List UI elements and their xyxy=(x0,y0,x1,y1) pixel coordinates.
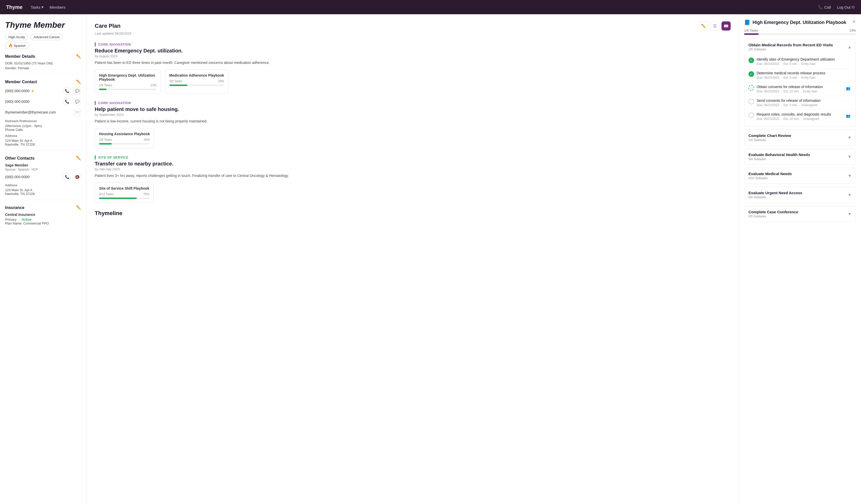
thymeline-title: Thymeline xyxy=(95,210,730,217)
other-contact-mute-button[interactable]: 🔇 xyxy=(73,173,81,181)
goal-title-3: Transfer care to nearby practice. xyxy=(95,161,730,167)
contact-email: thymemember@thymecare.com xyxy=(5,110,56,114)
playbook-name: Housing Assistance Playbook xyxy=(99,132,150,136)
other-contacts-section-header: Other Contacts ✏️ xyxy=(5,156,81,161)
subtask-people-button[interactable]: 👥 xyxy=(845,112,851,119)
task-group-header-medical-needs[interactable]: Evaluate Medical Needs 0/10 Subtasks ▼ xyxy=(744,168,856,183)
task-group-header-obtain-medical[interactable]: Obtain Medical Records from Recent ED Vi… xyxy=(744,39,856,55)
task-group-expanded: ✓ Identify sites of Emergency Department… xyxy=(744,55,856,126)
goal-title-1: Reduce Emergency Dept. utilization. xyxy=(95,48,730,54)
member-name: Thyme Member xyxy=(5,21,81,30)
contact-phone1-item: (000) 000-0000 ★ 📞 💬 xyxy=(5,87,81,95)
other-contact-address-label: Address xyxy=(5,183,81,187)
phone1-call-button[interactable]: 📞 xyxy=(63,87,71,95)
playbook-name: High Emergency Dept. Utilization Playboo… xyxy=(99,73,156,81)
goal-desc-1: Patient has been to ED three times in pa… xyxy=(95,60,730,65)
other-contacts-title: Other Contacts xyxy=(5,156,35,161)
subtask-name: Identify sites of Emergency Department u… xyxy=(757,57,842,62)
phone1-message-button[interactable]: 💬 xyxy=(73,87,81,95)
care-plan-title: Care Plan xyxy=(95,23,121,29)
contact-phone2-item: (000) 000-0000 📞 💬 xyxy=(5,97,81,106)
call-button[interactable]: 📞 Call xyxy=(818,5,831,10)
goal-desc-3: Patient lives 3+ hrs away, reports chall… xyxy=(95,173,730,178)
tasks-nav[interactable]: Tasks ▾ xyxy=(30,5,43,10)
playbook-card-medication[interactable]: Medication Adherence Playbook 3/9 Tasks … xyxy=(165,69,228,94)
subtask-more-button[interactable]: ·· xyxy=(845,98,851,106)
members-nav[interactable]: Members xyxy=(50,5,66,10)
task-group-header-chart-review[interactable]: Complete Chart Review 1/4 Subtasks ▼ xyxy=(744,130,856,145)
progress-bar-bg xyxy=(99,88,156,90)
subtask-name: Send consents for release of information xyxy=(757,98,842,103)
insurance-edit-icon[interactable]: ✏️ xyxy=(76,205,81,210)
playbook-name: Medication Adherence Playbook xyxy=(169,73,224,77)
subtask-send-consents: Send consents for release of information… xyxy=(749,96,851,109)
email-button[interactable]: ✉️ xyxy=(73,108,81,116)
tag-high-acuity[interactable]: High Acuity xyxy=(5,34,28,40)
playbook-stats: 2/8 Tasks 25% xyxy=(99,138,150,141)
other-contact-address1: 123 Main St. Apt A xyxy=(5,188,81,192)
subtask-check-done: ✓ xyxy=(749,71,754,77)
task-group-behavioral: Evaluate Behavioral Health Needs 0/4 Sub… xyxy=(744,149,856,165)
task-group-chart-review: Complete Chart Review 1/4 Subtasks ▼ xyxy=(744,130,856,146)
subtask-meta: Due: 06/23/2023 · Est: 5 min · Unassigne… xyxy=(757,103,842,107)
subtask-content: Request notes, consults, and diagnostic … xyxy=(757,112,842,121)
address-line2: Nashville, TN 37228 xyxy=(5,142,81,146)
insurance-name: Central Insurance xyxy=(5,213,81,217)
list-tool-button[interactable]: ☰ xyxy=(710,22,720,30)
member-gender: Gender: Female xyxy=(5,66,81,70)
other-contact-call-button[interactable]: 📞 xyxy=(63,173,71,181)
subtask-content: Determine medical records release proces… xyxy=(757,71,842,79)
care-plan-main: Care Plan ✏️ ☰ 📖 Last updated 06/28/2023… xyxy=(86,14,739,504)
chevron-down-icon: ▼ xyxy=(848,212,851,216)
main-layout: Thyme Member High Acuity Advanced Cancer… xyxy=(0,14,861,504)
insurance-section-header: Insurance ✏️ xyxy=(5,205,81,210)
playbook-card-hedv[interactable]: High Emergency Dept. Utilization Playboo… xyxy=(95,69,161,94)
logout-button[interactable]: Log Out ⊙ xyxy=(837,5,855,10)
task-group-sub: 0/10 Subtasks xyxy=(749,176,792,180)
subtask-more-button[interactable]: ·· xyxy=(845,57,851,64)
subtask-actions: 👥 xyxy=(845,112,851,119)
subtask-content: Send consents for release of information… xyxy=(757,98,842,107)
goal-desc-2: Patient is low-income, current housing i… xyxy=(95,119,730,124)
phone2-call-button[interactable]: 📞 xyxy=(63,97,71,106)
task-group-header-case-conference[interactable]: Complete Case Conference 0/5 Subtasks ▼ xyxy=(744,206,856,222)
chevron-down-icon: ▼ xyxy=(848,174,851,178)
book-tool-button[interactable]: 📖 xyxy=(722,22,730,30)
subtask-more-button[interactable]: ·· xyxy=(845,71,851,78)
subtask-actions: ·· xyxy=(845,57,851,64)
tag-spanish[interactable]: 🔥 Spanish xyxy=(5,42,29,49)
subtask-request-notes: Request notes, consults, and diagnostic … xyxy=(749,109,851,123)
phone1-actions: 📞 💬 xyxy=(63,87,81,95)
playbook-stats: 3/9 Tasks 33% xyxy=(169,79,224,83)
subtask-content: Obtain consents for release of informati… xyxy=(757,85,842,93)
subtask-actions: ·· xyxy=(845,71,851,78)
playbook-card-housing[interactable]: Housing Assistance Playbook 2/8 Tasks 25… xyxy=(95,128,154,148)
subtask-check-in-progress: ◌ xyxy=(749,85,754,91)
member-contact-edit-icon[interactable]: ✏️ xyxy=(76,79,81,84)
other-contact-phone: (000) 000-0000 xyxy=(5,175,29,179)
member-details-edit-icon[interactable]: ✏️ xyxy=(76,54,81,59)
playbook-pct: 75% xyxy=(144,192,149,196)
progress-bar-bg xyxy=(99,143,150,145)
tag-advanced-cancer[interactable]: Advanced Cancer xyxy=(30,34,63,40)
task-group-header-urgent-need[interactable]: Evaluate Urgent Need Access 0/6 Subtasks… xyxy=(744,187,856,203)
insurance-status-row: Primary · Active xyxy=(5,218,81,221)
playbook-pct: 13% xyxy=(150,83,156,87)
panel-book-icon: 📘 xyxy=(744,19,751,25)
other-contacts-edit-icon[interactable]: ✏️ xyxy=(76,156,81,161)
playbooks-1: High Emergency Dept. Utilization Playboo… xyxy=(95,69,730,94)
playbook-card-site-of-service[interactable]: Site of Service Shift Playbook 9/12 Task… xyxy=(95,182,154,203)
panel-close-button[interactable]: ✕ xyxy=(852,19,856,24)
other-contact-name: Sage Member xyxy=(5,163,81,167)
subtask-people-button[interactable]: 👥 xyxy=(845,85,851,92)
task-group-header-behavioral[interactable]: Evaluate Behavioral Health Needs 0/4 Sub… xyxy=(744,149,856,164)
other-contact-address2: Nashville, TN 37228 xyxy=(5,192,81,196)
last-updated: Last updated 06/28/2023 xyxy=(95,31,730,36)
contact-phone1: (000) 000-0000 ★ xyxy=(5,89,35,93)
navigation: Thyme Tasks ▾ Members 📞 Call Log Out ⊙ xyxy=(0,0,861,14)
task-group-title: Obtain Medical Records from Recent ED Vi… xyxy=(749,43,833,47)
nav-right: 📞 Call Log Out ⊙ xyxy=(818,5,855,10)
phone2-message-button[interactable]: 💬 xyxy=(73,97,81,106)
edit-tool-button[interactable]: ✏️ xyxy=(699,22,708,30)
playbook-tasks: 2/8 Tasks xyxy=(99,138,112,141)
